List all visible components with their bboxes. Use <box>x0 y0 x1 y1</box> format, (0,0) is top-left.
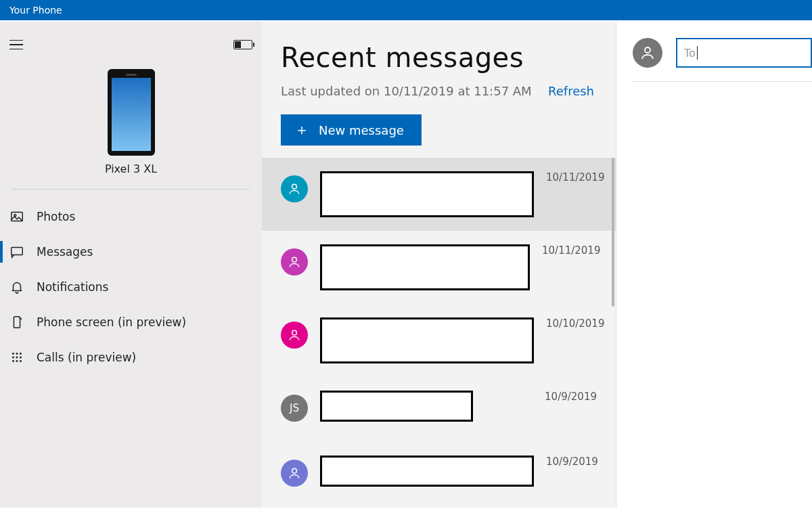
svg-point-16 <box>292 468 297 473</box>
svg-point-13 <box>292 184 297 189</box>
message-date: 10/10/2019 <box>546 317 604 330</box>
compose-panel: To <box>616 22 812 508</box>
sidebar-item-label: Photos <box>37 210 75 223</box>
sidebar-divider <box>12 189 250 190</box>
message-preview <box>320 456 534 487</box>
svg-point-11 <box>16 360 18 362</box>
svg-point-12 <box>20 360 22 362</box>
message-date: 10/11/2019 <box>542 244 600 257</box>
new-message-label: New message <box>319 123 404 137</box>
last-updated-text: Last updated on 10/11/2019 at 11:57 AM <box>281 84 532 98</box>
svg-point-9 <box>20 357 22 359</box>
app-title: Your Phone <box>9 5 62 16</box>
svg-point-7 <box>12 357 14 359</box>
dialpad-icon <box>8 350 26 365</box>
device-name: Pixel 3 XL <box>105 162 157 175</box>
sidebar-item-messages[interactable]: Messages <box>0 234 262 269</box>
message-item[interactable]: 10/10/2019 <box>262 304 616 377</box>
svg-rect-3 <box>14 317 20 328</box>
message-item[interactable]: JS10/9/2019 <box>262 377 616 442</box>
new-message-button[interactable]: ＋ New message <box>281 114 422 146</box>
bell-icon <box>8 280 26 294</box>
message-preview <box>320 317 534 363</box>
svg-point-17 <box>645 47 650 53</box>
contact-avatar-icon <box>281 322 308 349</box>
phone-mirror-icon <box>8 315 26 330</box>
svg-point-8 <box>16 357 18 359</box>
sidebar-item-calls[interactable]: Calls (in preview) <box>0 340 262 375</box>
to-placeholder: To <box>684 47 696 60</box>
image-icon <box>8 209 26 224</box>
plus-icon: ＋ <box>294 120 309 140</box>
message-preview <box>320 391 533 422</box>
text-caret <box>697 46 698 60</box>
svg-point-6 <box>20 353 22 355</box>
svg-point-10 <box>12 360 14 362</box>
message-date: 10/9/2019 <box>545 391 597 403</box>
message-list: 10/11/201910/11/201910/10/2019JS10/9/201… <box>262 158 616 508</box>
phone-frame-icon <box>108 69 155 156</box>
svg-point-5 <box>16 353 18 355</box>
message-date: 10/11/2019 <box>546 171 604 183</box>
sidebar-item-photos[interactable]: Photos <box>0 199 262 234</box>
chat-icon <box>8 244 26 259</box>
hamburger-icon[interactable] <box>5 34 27 56</box>
recipient-avatar-icon <box>633 38 662 68</box>
contact-avatar-icon <box>281 175 308 202</box>
svg-point-4 <box>12 353 14 355</box>
battery-icon <box>233 40 252 49</box>
message-item[interactable]: 10/9/2019 <box>262 442 616 507</box>
scrollbar[interactable] <box>610 158 616 420</box>
sidebar-item-label: Calls (in preview) <box>37 351 136 364</box>
message-item[interactable]: 10/11/2019 <box>262 231 616 304</box>
message-item[interactable]: 10/11/2019 <box>262 158 616 231</box>
message-preview <box>320 171 534 217</box>
sidebar-item-label: Phone screen (in preview) <box>37 315 186 329</box>
sidebar: Pixel 3 XL PhotosMessagesNotificationsPh… <box>0 22 262 508</box>
refresh-link[interactable]: Refresh <box>548 84 594 98</box>
sidebar-item-notifications[interactable]: Notifications <box>0 269 262 305</box>
message-date: 10/9/2019 <box>546 456 598 468</box>
contact-avatar-icon <box>281 460 308 487</box>
sidebar-item-label: Messages <box>37 245 93 259</box>
title-bar: Your Phone <box>0 0 812 20</box>
sidebar-item-label: Notifications <box>37 280 108 294</box>
to-input[interactable]: To <box>676 38 812 68</box>
panel-title: Recent messages <box>281 42 597 73</box>
contact-avatar-icon: JS <box>281 395 308 422</box>
sidebar-item-phone-screen[interactable]: Phone screen (in preview) <box>0 305 262 340</box>
messages-panel: Recent messages Last updated on 10/11/20… <box>262 22 616 508</box>
message-preview <box>320 244 530 290</box>
contact-avatar-icon <box>281 248 308 275</box>
svg-rect-2 <box>12 248 23 255</box>
sidebar-nav: PhotosMessagesNotificationsPhone screen … <box>0 196 262 375</box>
svg-point-15 <box>292 330 297 335</box>
compose-divider <box>633 81 812 82</box>
svg-point-14 <box>292 257 297 262</box>
device-preview: Pixel 3 XL <box>0 69 262 175</box>
